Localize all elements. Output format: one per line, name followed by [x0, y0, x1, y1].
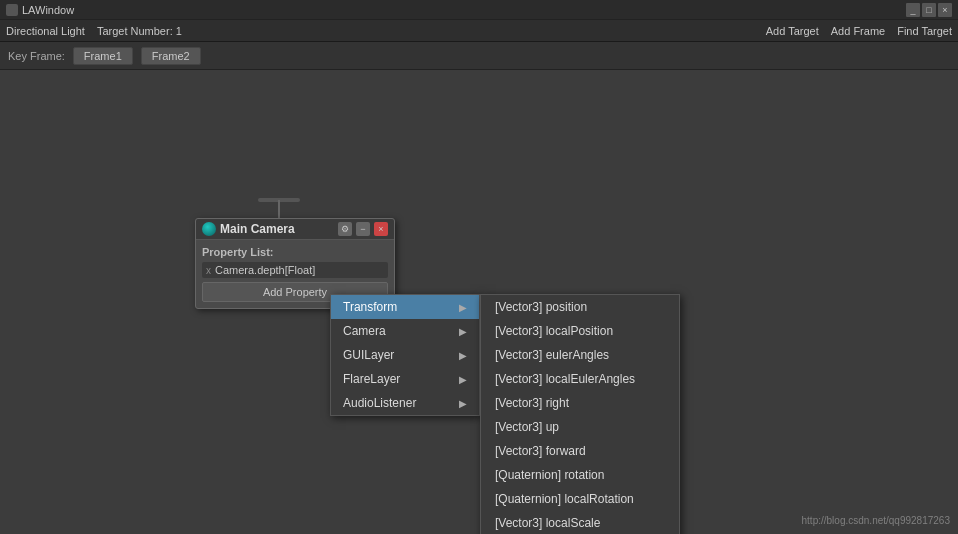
node-card-header: Main Camera ⚙ − × [196, 219, 394, 240]
property-name: Camera.depth[Float] [215, 264, 315, 276]
add-target-button[interactable]: Add Target [766, 25, 819, 37]
frame1-button[interactable]: Frame1 [73, 47, 133, 65]
minimize-button[interactable]: _ [906, 3, 920, 17]
canvas-area: Main Camera ⚙ − × Property List: x Camer… [0, 70, 958, 534]
menu-item-flarelayer[interactable]: FlareLayer ▶ [331, 367, 479, 391]
add-frame-button[interactable]: Add Frame [831, 25, 885, 37]
menu-bar-right: Add Target Add Frame Find Target [766, 25, 952, 37]
submenu-arrow-flarelayer: ▶ [459, 374, 467, 385]
node-settings-button[interactable]: ⚙ [338, 222, 352, 236]
frame2-button[interactable]: Frame2 [141, 47, 201, 65]
submenu-arrow-transform: ▶ [459, 302, 467, 313]
title-bar-controls[interactable]: _ □ × [906, 3, 952, 17]
target-number: Target Number: 1 [97, 25, 182, 37]
menu-bar: Directional Light Target Number: 1 Add T… [0, 20, 958, 42]
submenu-item-localrotation[interactable]: [Quaternion] localRotation [481, 487, 679, 511]
submenu-item-rotation[interactable]: [Quaternion] rotation [481, 463, 679, 487]
menu-item-audiolistener[interactable]: AudioListener ▶ [331, 391, 479, 415]
submenu-item-eulerangles[interactable]: [Vector3] eulerAngles [481, 343, 679, 367]
property-item: x Camera.depth[Float] [202, 262, 388, 278]
context-menu-l1: Transform ▶ Camera ▶ GUILayer ▶ FlareLay… [330, 294, 480, 416]
app-title: LAWindow [22, 4, 74, 16]
maximize-button[interactable]: □ [922, 3, 936, 17]
title-bar: LAWindow _ □ × [0, 0, 958, 20]
node-icon [202, 222, 216, 236]
node-minimize-button[interactable]: − [356, 222, 370, 236]
submenu-arrow-guilayer: ▶ [459, 350, 467, 361]
submenu-arrow-audiolistener: ▶ [459, 398, 467, 409]
keyframe-bar: Key Frame: Frame1 Frame2 [0, 42, 958, 70]
close-button[interactable]: × [938, 3, 952, 17]
submenu-item-forward[interactable]: [Vector3] forward [481, 439, 679, 463]
property-list-label: Property List: [202, 246, 388, 258]
title-bar-left: LAWindow [6, 4, 74, 16]
app-icon [6, 4, 18, 16]
watermark: http://blog.csdn.net/qq992817263 [802, 515, 950, 526]
submenu-item-up[interactable]: [Vector3] up [481, 415, 679, 439]
find-target-button[interactable]: Find Target [897, 25, 952, 37]
menu-bar-left: Directional Light Target Number: 1 [6, 25, 182, 37]
node-close-button[interactable]: × [374, 222, 388, 236]
submenu-arrow-camera: ▶ [459, 326, 467, 337]
menu-item-guilayer[interactable]: GUILayer ▶ [331, 343, 479, 367]
connector-line [278, 200, 280, 218]
submenu-item-localeulerangles[interactable]: [Vector3] localEulerAngles [481, 367, 679, 391]
submenu-item-localscale[interactable]: [Vector3] localScale [481, 511, 679, 534]
menu-item-camera[interactable]: Camera ▶ [331, 319, 479, 343]
keyframe-label: Key Frame: [8, 50, 65, 62]
context-menu-l2: [Vector3] position [Vector3] localPositi… [480, 294, 680, 534]
submenu-item-right[interactable]: [Vector3] right [481, 391, 679, 415]
node-title: Main Camera [220, 222, 334, 236]
submenu-item-position[interactable]: [Vector3] position [481, 295, 679, 319]
directional-light-menu[interactable]: Directional Light [6, 25, 85, 37]
submenu-item-localposition[interactable]: [Vector3] localPosition [481, 319, 679, 343]
property-remove-button[interactable]: x [206, 265, 211, 276]
menu-item-transform[interactable]: Transform ▶ [331, 295, 479, 319]
